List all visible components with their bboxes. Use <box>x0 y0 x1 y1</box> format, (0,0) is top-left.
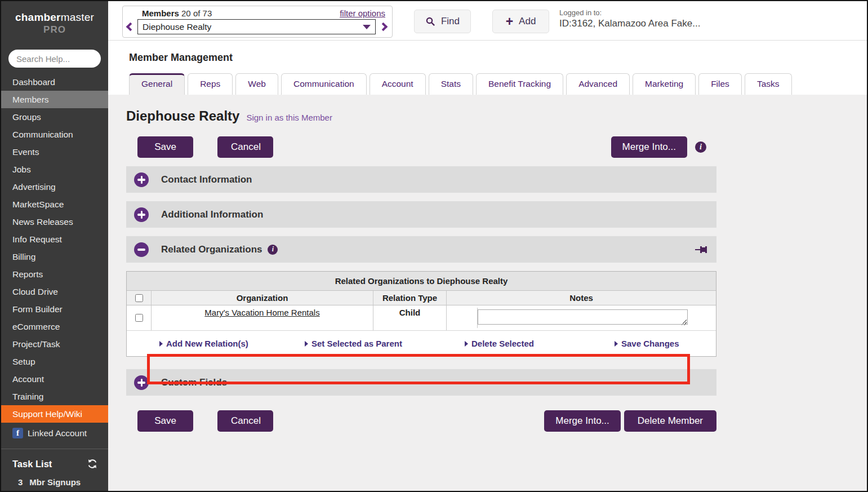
action-label: Add New Relation(s) <box>166 339 248 348</box>
app-window: chambermaster PRO Dashboard Members Grou… <box>0 0 868 492</box>
filter-options-link[interactable]: filter options <box>340 8 385 18</box>
sidebar-item-groups[interactable]: Groups <box>1 108 108 126</box>
expand-plus-icon[interactable] <box>134 375 149 390</box>
pin-icon[interactable] <box>695 245 709 254</box>
member-select[interactable]: Diephouse Realty <box>137 19 376 34</box>
sidebar-item-form-builder[interactable]: Form Builder <box>1 300 108 318</box>
sidebar-item-events[interactable]: Events <box>1 143 108 161</box>
member-navigator: Members 20 of 73 filter options Diephous… <box>122 6 393 38</box>
sidebar-item-support-help-wiki[interactable]: Support Help/Wiki <box>1 405 108 423</box>
sidebar-item-billing[interactable]: Billing <box>1 248 108 265</box>
cancel-button-top[interactable]: Cancel <box>217 136 273 158</box>
find-button[interactable]: Find <box>414 10 471 33</box>
related-organizations-table: Related Organizations to Diephouse Realt… <box>126 271 716 357</box>
sidebar-item-communication[interactable]: Communication <box>1 126 108 143</box>
sidebar-item-advertising[interactable]: Advertising <box>1 178 108 196</box>
sidebar-item-cloud-drive[interactable]: Cloud Drive <box>1 283 108 300</box>
sidebar-item-info-request[interactable]: Info Request <box>1 231 108 248</box>
sidebar-item-ecommerce[interactable]: eCommerce <box>1 318 108 335</box>
page-title: Member Management <box>129 52 867 64</box>
row-checkbox[interactable] <box>135 314 143 322</box>
expand-plus-icon[interactable] <box>134 207 149 222</box>
tab-marketing[interactable]: Marketing <box>633 73 696 95</box>
next-member-icon[interactable] <box>379 23 388 32</box>
save-button-top[interactable]: Save <box>137 136 193 158</box>
tab-account[interactable]: Account <box>370 73 426 95</box>
member-name-heading: Diephouse Realty <box>126 108 239 124</box>
organization-link[interactable]: Mary's Vacation Home Rentals <box>204 308 319 317</box>
action-label: Delete Selected <box>471 339 534 348</box>
chevron-down-icon <box>363 25 371 29</box>
delete-selected-link[interactable]: Delete Selected <box>465 339 615 348</box>
sidebar-item-members[interactable]: Members <box>1 91 108 108</box>
sidebar-item-account[interactable]: Account <box>1 370 108 388</box>
tab-tasks[interactable]: Tasks <box>745 73 792 95</box>
section-custom-fields[interactable]: Custom Fields <box>126 369 716 396</box>
add-new-relations-link[interactable]: Add New Relation(s) <box>159 339 305 348</box>
sidebar-item-news-releases[interactable]: News Releases <box>1 213 108 231</box>
collapse-minus-icon[interactable] <box>134 242 149 257</box>
save-changes-link[interactable]: Save Changes <box>615 339 679 348</box>
tab-bar: General Reps Web Communication Account S… <box>129 73 867 95</box>
save-button-bottom[interactable]: Save <box>137 410 193 432</box>
column-header-organization: Organization <box>152 291 373 305</box>
sidebar-item-marketspace[interactable]: MarketSpace <box>1 196 108 213</box>
triangle-right-icon <box>305 341 308 347</box>
sidebar-nav: Dashboard Members Groups Communication E… <box>1 73 108 442</box>
sidebar-item-project-task[interactable]: Project/Task <box>1 335 108 353</box>
action-label: Set Selected as Parent <box>311 339 402 348</box>
section-title: Custom Fields <box>161 377 227 388</box>
cancel-button-bottom[interactable]: Cancel <box>217 410 273 432</box>
sidebar-item-dashboard[interactable]: Dashboard <box>1 73 108 91</box>
search-help-input[interactable] <box>8 50 101 68</box>
sidebar-item-jobs[interactable]: Jobs <box>1 161 108 178</box>
sidebar-item-linked-account[interactable]: f Linked Account <box>1 423 108 442</box>
tab-stats[interactable]: Stats <box>429 73 473 95</box>
sidebar-item-setup[interactable]: Setup <box>1 353 108 370</box>
set-selected-as-parent-link[interactable]: Set Selected as Parent <box>305 339 465 348</box>
tab-files[interactable]: Files <box>698 73 742 95</box>
merge-into-button-bottom[interactable]: Merge Into... <box>544 410 620 432</box>
linked-account-label: Linked Account <box>28 427 87 439</box>
logged-in-value: ID:3162, Kalamazoo Area Fake... <box>559 18 700 29</box>
sidebar-item-training[interactable]: Training <box>1 388 108 405</box>
tab-communication[interactable]: Communication <box>281 73 367 95</box>
table-title: Related Organizations to Diephouse Realt… <box>127 272 716 291</box>
brand-rest: master <box>61 11 94 23</box>
related-organizations-info-icon[interactable]: i <box>268 245 278 255</box>
section-related-organizations[interactable]: Related Organizations i <box>126 236 716 263</box>
previous-member-icon[interactable] <box>126 23 135 32</box>
tab-reps[interactable]: Reps <box>188 73 233 95</box>
section-additional-information[interactable]: Additional Information <box>126 201 716 228</box>
section-contact-information[interactable]: Contact Information <box>126 166 716 193</box>
tab-general[interactable]: General <box>129 73 185 95</box>
tab-advanced[interactable]: Advanced <box>566 73 630 95</box>
member-select-value: Diephouse Realty <box>143 22 211 32</box>
table-header-row: Organization Relation Type Notes <box>127 291 716 305</box>
sign-in-as-member-link[interactable]: Sign in as this Member <box>246 113 332 122</box>
tab-web[interactable]: Web <box>235 73 278 95</box>
main-area: Members 20 of 73 filter options Diephous… <box>108 1 867 491</box>
add-button[interactable]: + Add <box>492 10 549 33</box>
merge-into-button-top[interactable]: Merge Into... <box>611 136 687 158</box>
logged-in-info: Logged in to: ID:3162, Kalamazoo Area Fa… <box>559 8 700 29</box>
expand-plus-icon[interactable] <box>134 172 149 187</box>
members-count: Members 20 of 73 <box>142 8 212 18</box>
content-panel: Diephouse Realty Sign in as this Member … <box>108 95 867 491</box>
task-list-item[interactable]: 3 Mbr Signups <box>12 469 98 487</box>
section-title: Contact Information <box>161 174 252 185</box>
select-all-checkbox[interactable] <box>135 294 143 302</box>
delete-member-button[interactable]: Delete Member <box>624 410 716 432</box>
action-label: Save Changes <box>621 339 679 348</box>
task-label: Mbr Signups <box>29 477 81 487</box>
notes-textarea[interactable] <box>478 309 688 325</box>
merge-info-icon[interactable]: i <box>695 141 706 153</box>
section-title: Related Organizations <box>161 244 262 255</box>
table-actions-row: Add New Relation(s) Set Selected as Pare… <box>127 331 716 356</box>
column-header-relation-type: Relation Type <box>373 291 447 305</box>
sidebar-item-reports[interactable]: Reports <box>1 265 108 283</box>
refresh-icon[interactable] <box>87 458 98 469</box>
plus-icon: + <box>506 16 513 26</box>
tab-benefit-tracking[interactable]: Benefit Tracking <box>476 73 563 95</box>
brand-bold: chamber <box>15 11 61 23</box>
